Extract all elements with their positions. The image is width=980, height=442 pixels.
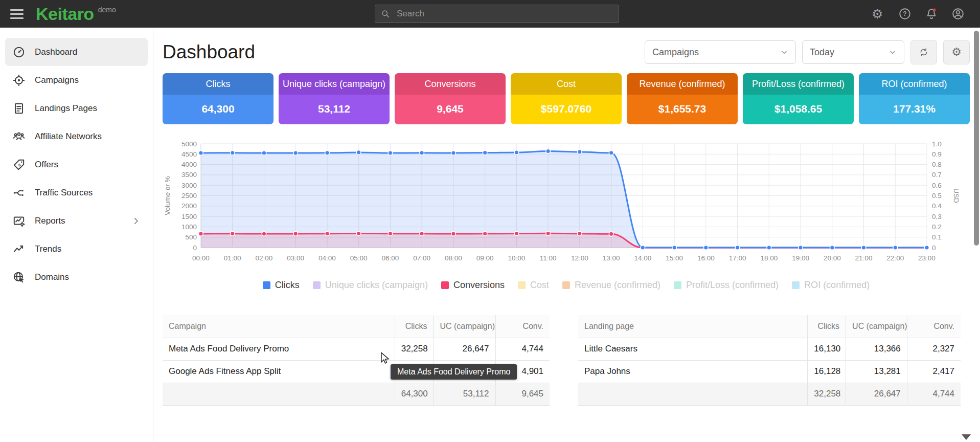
- data-point-conversions[interactable]: [293, 232, 298, 236]
- hamburger-menu-icon[interactable]: [10, 7, 24, 21]
- column-header-clicks[interactable]: Clicks: [808, 315, 846, 338]
- table-row[interactable]: Meta Ads Food Delivery Promo32,25826,647…: [163, 338, 550, 360]
- stat-card-clicks[interactable]: Clicks64,300: [163, 73, 274, 124]
- legend-item-roi-confirmed[interactable]: ROI (confirmed): [792, 280, 870, 291]
- page-title: Dashboard: [163, 41, 255, 63]
- data-point-clicks[interactable]: [514, 150, 519, 155]
- svg-text:22:00: 22:00: [886, 254, 904, 262]
- column-header-conv[interactable]: Conv.: [907, 315, 961, 338]
- legend-item-cost[interactable]: Cost: [518, 280, 549, 291]
- stat-card-cost[interactable]: Cost$597.0760: [511, 73, 622, 124]
- data-point-conversions[interactable]: [483, 231, 487, 236]
- data-point-conversions[interactable]: [230, 231, 235, 236]
- data-point-clicks[interactable]: [420, 151, 424, 156]
- dashboard-settings-button[interactable]: ⚙: [943, 40, 970, 64]
- data-point-clicks[interactable]: [799, 246, 803, 250]
- scrollbar-thumb[interactable]: [974, 31, 979, 246]
- help-icon[interactable]: ?: [898, 7, 911, 20]
- table-row[interactable]: Papa Johns16,12813,2812,417: [578, 360, 961, 383]
- data-point-clicks[interactable]: [925, 246, 929, 250]
- stat-card-roi-confirmed[interactable]: ROI (confirmed)177.31%: [859, 73, 970, 124]
- sidebar-item-landings-pages[interactable]: Landings Pages: [5, 94, 148, 122]
- table-row[interactable]: Little Caesars16,13013,3662,327: [578, 338, 961, 360]
- data-point-conversions[interactable]: [451, 232, 456, 236]
- data-point-clicks[interactable]: [767, 246, 771, 250]
- campaign-table: CampaignClicksUC (campaign)Conv.Meta Ads…: [163, 315, 550, 406]
- sidebar-item-reports[interactable]: Reports: [5, 207, 148, 235]
- column-header-clicks[interactable]: Clicks: [395, 315, 434, 338]
- legend-item-unique-clicks-campaign[interactable]: Unique clicks (campaign): [313, 280, 428, 291]
- data-point-conversions[interactable]: [199, 232, 203, 236]
- data-point-clicks[interactable]: [641, 246, 645, 250]
- data-point-clicks[interactable]: [704, 246, 709, 250]
- data-point-clicks[interactable]: [230, 150, 235, 155]
- sidebar-item-campaigns[interactable]: Campaigns: [5, 66, 148, 94]
- landings-pages-icon: [12, 102, 26, 115]
- data-point-clicks[interactable]: [578, 150, 582, 154]
- footer-cell: 26,647: [846, 383, 907, 405]
- data-point-clicks[interactable]: [262, 151, 266, 156]
- data-point-clicks[interactable]: [893, 246, 898, 250]
- column-header-uc-campaign[interactable]: UC (campaign): [434, 315, 495, 338]
- sidebar-item-trends[interactable]: Trends: [5, 235, 148, 263]
- data-point-clicks[interactable]: [609, 151, 613, 156]
- sidebar-item-dashboard[interactable]: Dashboard: [5, 38, 148, 66]
- data-point-clicks[interactable]: [483, 150, 487, 155]
- column-header-landing-page[interactable]: Landing page: [578, 315, 808, 338]
- svg-text:16:00: 16:00: [697, 254, 715, 262]
- data-point-conversions[interactable]: [514, 231, 519, 236]
- column-header-conv[interactable]: Conv.: [495, 315, 550, 338]
- notifications-bell-icon[interactable]: [925, 7, 938, 20]
- stat-card-profit-loss-confirmed[interactable]: Profit/Loss (confirmed)$1,058.65: [743, 73, 854, 124]
- svg-text:21:00: 21:00: [855, 254, 873, 262]
- data-point-conversions[interactable]: [546, 231, 551, 236]
- keitaro-logo[interactable]: Keitaro: [36, 4, 94, 24]
- column-header-campaign[interactable]: Campaign: [163, 315, 395, 338]
- data-point-clicks[interactable]: [830, 246, 834, 250]
- data-point-clicks[interactable]: [672, 246, 677, 250]
- data-point-clicks[interactable]: [735, 246, 740, 250]
- data-point-clicks[interactable]: [325, 151, 330, 156]
- data-point-conversions[interactable]: [388, 231, 393, 236]
- data-point-clicks[interactable]: [293, 151, 298, 156]
- data-point-conversions[interactable]: [325, 231, 330, 236]
- stat-card-unique-clicks-campaign[interactable]: Unique clicks (campaign)53,112: [279, 73, 390, 124]
- svg-text:0.9: 0.9: [932, 150, 942, 158]
- column-header-uc-campaign[interactable]: UC (campaign): [846, 315, 907, 338]
- data-point-conversions[interactable]: [262, 232, 266, 236]
- data-point-conversions[interactable]: [578, 231, 582, 236]
- refresh-button[interactable]: [910, 40, 937, 64]
- grouping-select[interactable]: Campaigns: [645, 40, 796, 64]
- sidebar-item-domains[interactable]: Domains: [5, 263, 148, 291]
- stat-card-revenue-confirmed[interactable]: Revenue (confirmed)$1,655.73: [627, 73, 738, 124]
- svg-text:4500: 4500: [181, 150, 197, 158]
- data-point-clicks[interactable]: [388, 151, 393, 156]
- data-point-clicks[interactable]: [451, 151, 456, 156]
- sidebar-item-traffic-sources[interactable]: Traffic Sources: [5, 179, 148, 207]
- legend-item-clicks[interactable]: Clicks: [263, 280, 300, 291]
- scroll-down-arrow[interactable]: [962, 434, 971, 440]
- data-point-clicks[interactable]: [861, 246, 866, 250]
- search-input[interactable]: [396, 8, 613, 19]
- data-point-clicks[interactable]: [199, 151, 203, 156]
- data-point-conversions[interactable]: [356, 231, 361, 236]
- legend-item-revenue-confirmed[interactable]: Revenue (confirmed): [562, 280, 660, 291]
- legend-item-profit-loss-confirmed[interactable]: Profit/Loss (confirmed): [674, 280, 779, 291]
- settings-gear-icon[interactable]: ⚙: [872, 7, 885, 20]
- data-point-clicks[interactable]: [356, 150, 361, 155]
- legend-swatch: [674, 281, 681, 289]
- date-range-select[interactable]: Today: [802, 40, 904, 64]
- svg-text:2000: 2000: [181, 202, 197, 210]
- chart-canvas[interactable]: 5000450040003500300025002000150010005000…: [163, 135, 960, 267]
- legend-item-conversions[interactable]: Conversions: [441, 280, 505, 291]
- sidebar-item-offers[interactable]: $Offers: [5, 150, 148, 179]
- global-search[interactable]: [375, 5, 619, 23]
- account-icon[interactable]: [951, 7, 965, 20]
- data-point-conversions[interactable]: [609, 232, 613, 236]
- data-point-conversions[interactable]: [420, 231, 424, 236]
- chevron-down-icon: [888, 48, 897, 56]
- data-point-clicks[interactable]: [546, 149, 551, 153]
- stat-card-conversions[interactable]: Conversions9,645: [395, 73, 506, 124]
- date-range-value: Today: [810, 47, 834, 58]
- sidebar-item-affiliate-networks[interactable]: Affiliate Networks: [5, 122, 148, 150]
